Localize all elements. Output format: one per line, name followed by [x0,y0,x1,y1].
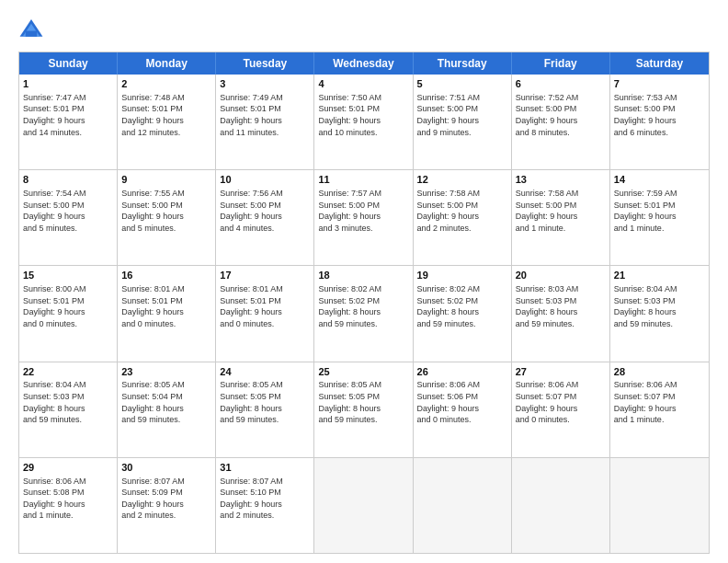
empty-cell [414,458,512,553]
day-cell-22: 22Sunrise: 8:04 AM Sunset: 5:03 PM Dayli… [19,362,118,457]
day-header-sunday: Sunday [19,52,118,75]
day-info: Sunrise: 8:06 AM Sunset: 5:06 PM Dayligh… [417,380,481,424]
day-number: 8 [23,173,113,187]
day-info: Sunrise: 7:55 AM Sunset: 5:00 PM Dayligh… [121,189,185,233]
day-number: 30 [121,461,211,475]
day-number: 22 [23,365,113,379]
day-number: 19 [417,269,507,282]
day-info: Sunrise: 8:07 AM Sunset: 5:10 PM Dayligh… [220,477,283,521]
day-header-saturday: Saturday [610,52,709,75]
day-number: 7 [614,77,705,91]
day-cell-30: 30Sunrise: 8:07 AM Sunset: 5:09 PM Dayli… [118,458,216,553]
calendar: SundayMondayTuesdayWednesdayThursdayFrid… [18,52,710,554]
day-number: 26 [417,365,507,379]
day-cell-17: 17Sunrise: 8:01 AM Sunset: 5:01 PM Dayli… [216,266,314,361]
day-number: 4 [318,77,408,91]
calendar-row-5: 29Sunrise: 8:06 AM Sunset: 5:08 PM Dayli… [19,458,709,553]
day-info: Sunrise: 8:02 AM Sunset: 5:02 PM Dayligh… [417,284,481,328]
day-info: Sunrise: 7:48 AM Sunset: 5:01 PM Dayligh… [121,93,185,137]
day-cell-23: 23Sunrise: 8:05 AM Sunset: 5:04 PM Dayli… [118,362,216,457]
day-info: Sunrise: 7:58 AM Sunset: 5:00 PM Dayligh… [417,189,481,233]
calendar-row-3: 15Sunrise: 8:00 AM Sunset: 5:01 PM Dayli… [19,266,709,362]
day-number: 2 [121,77,211,91]
day-cell-5: 5Sunrise: 7:51 AM Sunset: 5:00 PM Daylig… [414,75,512,169]
day-header-friday: Friday [512,52,610,75]
day-number: 21 [614,269,705,282]
day-cell-13: 13Sunrise: 7:58 AM Sunset: 5:00 PM Dayli… [512,170,610,265]
day-cell-27: 27Sunrise: 8:06 AM Sunset: 5:07 PM Dayli… [512,362,610,457]
day-header-thursday: Thursday [414,52,512,75]
day-cell-19: 19Sunrise: 8:02 AM Sunset: 5:02 PM Dayli… [414,266,512,361]
day-cell-6: 6Sunrise: 7:52 AM Sunset: 5:00 PM Daylig… [512,75,610,169]
day-cell-25: 25Sunrise: 8:05 AM Sunset: 5:05 PM Dayli… [314,362,413,457]
day-number: 25 [318,365,408,379]
day-info: Sunrise: 7:57 AM Sunset: 5:00 PM Dayligh… [318,189,381,233]
day-cell-7: 7Sunrise: 7:53 AM Sunset: 5:00 PM Daylig… [610,75,709,169]
day-cell-4: 4Sunrise: 7:50 AM Sunset: 5:01 PM Daylig… [314,75,413,169]
day-number: 16 [121,269,211,282]
day-info: Sunrise: 7:52 AM Sunset: 5:00 PM Dayligh… [516,93,579,137]
day-cell-2: 2Sunrise: 7:48 AM Sunset: 5:01 PM Daylig… [118,75,216,169]
empty-cell [610,458,709,553]
day-number: 1 [23,77,113,91]
day-info: Sunrise: 7:58 AM Sunset: 5:00 PM Dayligh… [516,189,579,233]
day-number: 12 [417,173,507,187]
day-cell-28: 28Sunrise: 8:06 AM Sunset: 5:07 PM Dayli… [610,362,709,457]
day-cell-1: 1Sunrise: 7:47 AM Sunset: 5:01 PM Daylig… [19,75,118,169]
calendar-row-4: 22Sunrise: 8:04 AM Sunset: 5:03 PM Dayli… [19,362,709,458]
day-info: Sunrise: 7:54 AM Sunset: 5:00 PM Dayligh… [23,189,86,233]
day-info: Sunrise: 8:02 AM Sunset: 5:02 PM Dayligh… [318,284,381,328]
calendar-row-2: 8Sunrise: 7:54 AM Sunset: 5:00 PM Daylig… [19,170,709,266]
day-info: Sunrise: 8:06 AM Sunset: 5:08 PM Dayligh… [23,477,86,521]
day-cell-31: 31Sunrise: 8:07 AM Sunset: 5:10 PM Dayli… [216,458,314,553]
day-number: 11 [318,173,408,187]
day-info: Sunrise: 8:07 AM Sunset: 5:09 PM Dayligh… [121,477,185,521]
day-info: Sunrise: 8:06 AM Sunset: 5:07 PM Dayligh… [516,380,579,424]
day-number: 24 [220,365,310,379]
day-header-monday: Monday [118,52,216,75]
day-info: Sunrise: 8:05 AM Sunset: 5:04 PM Dayligh… [121,380,185,424]
day-cell-16: 16Sunrise: 8:01 AM Sunset: 5:01 PM Dayli… [118,266,216,361]
day-info: Sunrise: 8:01 AM Sunset: 5:01 PM Dayligh… [220,284,283,328]
day-info: Sunrise: 7:50 AM Sunset: 5:01 PM Dayligh… [318,93,381,137]
logo-icon [18,17,44,42]
empty-cell [512,458,610,553]
day-info: Sunrise: 8:03 AM Sunset: 5:03 PM Dayligh… [516,284,579,328]
day-info: Sunrise: 7:53 AM Sunset: 5:00 PM Dayligh… [614,93,677,137]
day-info: Sunrise: 7:49 AM Sunset: 5:01 PM Dayligh… [220,93,283,137]
calendar-header: SundayMondayTuesdayWednesdayThursdayFrid… [19,52,709,75]
day-info: Sunrise: 8:06 AM Sunset: 5:07 PM Dayligh… [614,380,677,424]
day-cell-9: 9Sunrise: 7:55 AM Sunset: 5:00 PM Daylig… [118,170,216,265]
day-cell-21: 21Sunrise: 8:04 AM Sunset: 5:03 PM Dayli… [610,266,709,361]
day-cell-20: 20Sunrise: 8:03 AM Sunset: 5:03 PM Dayli… [512,266,610,361]
day-header-wednesday: Wednesday [314,52,413,75]
day-info: Sunrise: 8:04 AM Sunset: 5:03 PM Dayligh… [23,380,86,424]
day-cell-29: 29Sunrise: 8:06 AM Sunset: 5:08 PM Dayli… [19,458,118,553]
day-number: 29 [23,461,113,475]
day-cell-3: 3Sunrise: 7:49 AM Sunset: 5:01 PM Daylig… [216,75,314,169]
day-cell-26: 26Sunrise: 8:06 AM Sunset: 5:06 PM Dayli… [414,362,512,457]
logo [18,17,48,42]
day-number: 9 [121,173,211,187]
day-info: Sunrise: 7:51 AM Sunset: 5:00 PM Dayligh… [417,93,481,137]
day-number: 10 [220,173,310,187]
header [18,17,710,42]
day-info: Sunrise: 8:00 AM Sunset: 5:01 PM Dayligh… [23,284,86,328]
day-cell-15: 15Sunrise: 8:00 AM Sunset: 5:01 PM Dayli… [19,266,118,361]
day-cell-11: 11Sunrise: 7:57 AM Sunset: 5:00 PM Dayli… [314,170,413,265]
day-cell-24: 24Sunrise: 8:05 AM Sunset: 5:05 PM Dayli… [216,362,314,457]
day-number: 31 [220,461,310,475]
day-info: Sunrise: 7:59 AM Sunset: 5:01 PM Dayligh… [614,189,677,233]
day-info: Sunrise: 8:04 AM Sunset: 5:03 PM Dayligh… [614,284,677,328]
page: SundayMondayTuesdayWednesdayThursdayFrid… [0,0,728,563]
day-header-tuesday: Tuesday [216,52,314,75]
day-number: 15 [23,269,113,282]
day-number: 5 [417,77,507,91]
day-info: Sunrise: 7:47 AM Sunset: 5:01 PM Dayligh… [23,93,86,137]
day-number: 17 [220,269,310,282]
day-cell-12: 12Sunrise: 7:58 AM Sunset: 5:00 PM Dayli… [414,170,512,265]
day-info: Sunrise: 8:05 AM Sunset: 5:05 PM Dayligh… [318,380,381,424]
day-number: 13 [516,173,606,187]
day-number: 3 [220,77,310,91]
calendar-body: 1Sunrise: 7:47 AM Sunset: 5:01 PM Daylig… [19,75,709,553]
